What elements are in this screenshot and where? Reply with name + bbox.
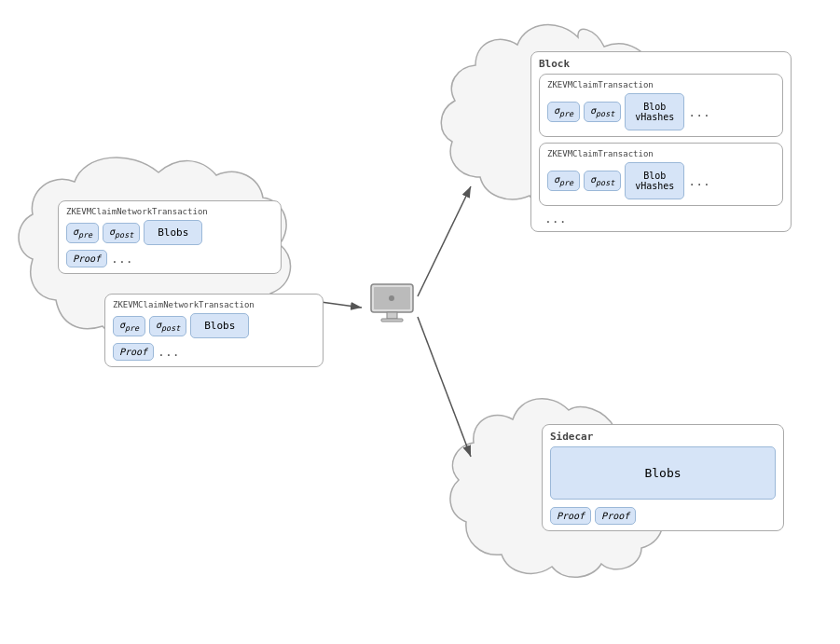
block-tx1: ZKEVMClaimTransaction σpre σpost BlobvHa… [539, 74, 783, 137]
block-tx2-blob-vhashes: BlobvHashes [625, 162, 684, 199]
left-tx1-label: ZKEVMClaimNetworkTransaction [66, 207, 273, 216]
sidecar-box: Sidecar Blobs Proof Proof [542, 424, 784, 531]
svg-point-8 [389, 295, 394, 301]
left-tx-box-1: ZKEVMClaimNetworkTransaction σpre σpost … [58, 200, 282, 274]
sidecar-blobs: Blobs [550, 446, 776, 500]
left-tx2-proof: Proof [113, 343, 154, 361]
block-tx1-sigma-pre: σpre [547, 102, 580, 122]
left-tx1-dots: ... [111, 252, 132, 266]
block-tx2-label: ZKEVMClaimTransaction [547, 149, 775, 158]
block-tx2-sigma-post: σpost [584, 171, 621, 191]
left-tx1-blobs: Blobs [144, 220, 202, 245]
sidecar-proof-2: Proof [595, 507, 636, 525]
block-tx2-sigma-pre: σpre [547, 171, 580, 191]
block-tx1-dots: ... [688, 105, 709, 119]
left-tx2-dots: ... [158, 345, 179, 359]
block-tx1-sigma-post: σpost [584, 102, 621, 122]
block-label: Block [539, 58, 783, 70]
left-tx2-label: ZKEVMClaimNetworkTransaction [113, 300, 315, 309]
left-tx-box-2: ZKEVMClaimNetworkTransaction σpre σpost … [104, 294, 324, 367]
block-tx1-blob-vhashes: BlobvHashes [625, 93, 684, 130]
svg-line-2 [418, 317, 471, 457]
sidecar-label: Sidecar [550, 431, 776, 443]
block-tx1-label: ZKEVMClaimTransaction [547, 80, 775, 89]
svg-rect-7 [381, 319, 403, 322]
block-tx2: ZKEVMClaimTransaction σpre σpost BlobvHa… [539, 143, 783, 206]
svg-rect-6 [387, 312, 397, 319]
left-tx2-blobs: Blobs [190, 313, 249, 338]
left-tx1-proof: Proof [66, 250, 107, 267]
left-tx2-sigma-pre: σpre [113, 316, 145, 336]
left-tx1-sigma-pre: σpre [66, 223, 99, 243]
left-tx1-sigma-post: σpost [103, 223, 140, 243]
block-box: Block ZKEVMClaimTransaction σpre σpost B… [530, 51, 792, 232]
block-tx2-dots: ... [688, 174, 709, 188]
left-tx2-sigma-post: σpost [149, 316, 186, 336]
computer-icon [364, 275, 420, 331]
svg-line-1 [418, 186, 471, 296]
sidecar-proof-1: Proof [550, 507, 591, 525]
block-more-dots: ... [539, 212, 783, 226]
